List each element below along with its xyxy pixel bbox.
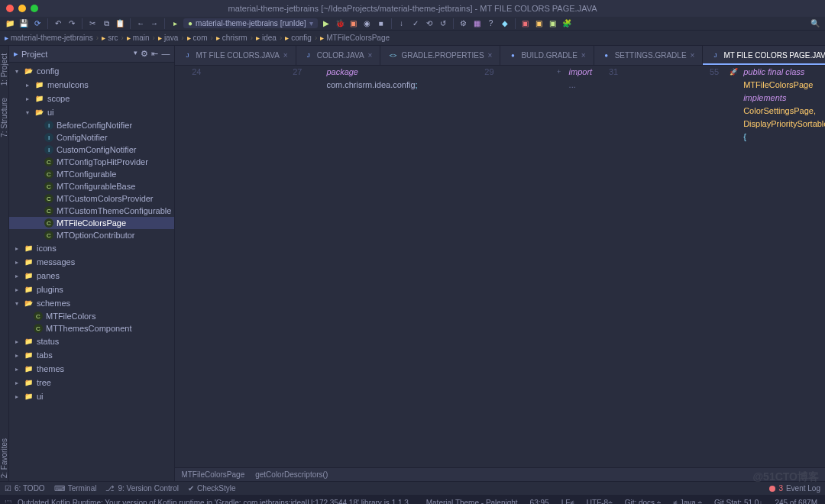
chevron-right-icon[interactable]: ▸ <box>15 338 23 345</box>
panel-hide-icon[interactable]: — <box>161 49 170 59</box>
tool-favorites[interactable]: 2: Favorites <box>0 435 8 481</box>
tree-item[interactable]: CMTConfigurableBase <box>9 180 174 192</box>
tree-item[interactable]: ▾📂ui <box>9 105 174 119</box>
breadcrumb-segment[interactable]: ▸idea <box>256 34 277 42</box>
tree-item[interactable]: CMTThemesComponent <box>9 322 174 334</box>
tree-item[interactable]: ICustomConfigNotifier <box>9 144 174 156</box>
close-tab-icon[interactable]: × <box>581 51 586 60</box>
breadcrumb-segment[interactable]: ▸java <box>158 34 178 42</box>
gutter-mark[interactable] <box>209 66 222 467</box>
close-tab-icon[interactable]: × <box>691 51 695 60</box>
editor-tab[interactable]: ●SETTINGS.GRADLE× <box>594 46 704 65</box>
chevron-right-icon[interactable]: ▸ <box>26 95 34 102</box>
redo-icon[interactable]: ↷ <box>66 18 77 29</box>
gutter-mark[interactable] <box>309 66 323 467</box>
tool-terminal[interactable]: ⌨Terminal <box>54 484 97 493</box>
crumb-method[interactable]: getColorDescriptors() <box>255 470 328 479</box>
gutter-mark[interactable]: 🚀 <box>726 66 740 467</box>
breadcrumb-segment[interactable]: ▸material-theme-jetbrains <box>5 34 93 42</box>
forward-icon[interactable]: → <box>149 18 160 29</box>
minimize-window-icon[interactable] <box>18 5 26 12</box>
code-line[interactable]: 27package com.chrisrm.idea.config; <box>276 66 417 467</box>
tool-version-control[interactable]: ⎇9: Version Control <box>105 484 179 493</box>
paste-icon[interactable]: 📋 <box>115 18 125 29</box>
breadcrumb-segment[interactable]: ▸MTFileColorsPage <box>320 34 390 42</box>
tree-item[interactable]: CMTConfigTopHitProvider <box>9 156 174 168</box>
plugin-icon[interactable]: ▦ <box>472 18 483 29</box>
editor-tab[interactable]: ●BUILD.GRADLE× <box>500 46 594 65</box>
mt-icon-4[interactable]: 🧩 <box>561 18 572 29</box>
coverage-icon[interactable]: ▣ <box>348 18 359 29</box>
code-line[interactable]: +import ... <box>519 66 593 467</box>
vcs-commit-icon[interactable]: ✓ <box>410 18 421 29</box>
settings-gear-icon[interactable]: ⚙ <box>458 18 469 29</box>
editor-tab[interactable]: JMT FILE COLORS PAGE.JAVA× <box>703 46 825 65</box>
gutter-mark[interactable]: + <box>552 66 566 467</box>
panel-dropdown-icon[interactable]: ▾ <box>134 49 138 59</box>
tree-item[interactable]: ▸📁icons <box>9 241 174 255</box>
chevron-right-icon[interactable]: ▸ <box>15 245 23 252</box>
code-line[interactable] <box>418 66 468 467</box>
gutter-mark[interactable] <box>502 66 516 467</box>
chevron-right-icon[interactable]: ▸ <box>15 393 23 400</box>
undo-icon[interactable]: ↶ <box>53 18 63 29</box>
close-window-icon[interactable] <box>6 5 14 12</box>
tool-structure[interactable]: 7: Structure <box>0 95 8 141</box>
code-line[interactable] <box>225 66 276 467</box>
chevron-right-icon[interactable]: ▸ <box>15 366 23 373</box>
vcs-update-icon[interactable]: ↓ <box>396 18 407 29</box>
mt-icon-1[interactable]: ▣ <box>520 18 531 29</box>
tree-item[interactable]: ▸📁themes <box>9 362 174 376</box>
chevron-right-icon[interactable]: ▸ <box>15 259 23 266</box>
gutter-mark[interactable] <box>676 66 690 467</box>
vcs-revert-icon[interactable]: ↺ <box>438 18 448 29</box>
build-icon[interactable]: ▸ <box>170 18 180 29</box>
save-icon[interactable]: 💾 <box>18 18 29 29</box>
chevron-right-icon[interactable]: ▸ <box>26 82 34 89</box>
editor-tab[interactable]: <>GRADLE.PROPERTIES× <box>380 46 500 65</box>
tree-item[interactable]: CMTOptionContributor <box>9 229 174 241</box>
status-line-sep[interactable]: LF≠ <box>558 499 578 505</box>
chevron-down-icon[interactable]: ▾ <box>15 300 23 307</box>
code-line[interactable]: 24 <box>175 66 225 467</box>
chevron-right-icon[interactable]: ▸ <box>15 286 23 293</box>
tree-item[interactable]: ▸📁plugins <box>9 283 174 296</box>
help-icon[interactable]: ? <box>486 18 497 29</box>
run-icon[interactable]: ▶ <box>321 18 332 29</box>
cut-icon[interactable]: ✂ <box>87 18 98 29</box>
tree-item[interactable]: ▸📁messages <box>9 255 174 269</box>
breadcrumb-segment[interactable]: ▸chrisrm <box>216 34 247 42</box>
tree-item[interactable]: ▸📁status <box>9 334 174 348</box>
tree-item[interactable]: CMTConfigurable <box>9 168 174 180</box>
tree-item[interactable]: ▸📁menuIcons <box>9 78 174 92</box>
status-icon[interactable]: ⬚ <box>5 499 11 505</box>
status-caret-pos[interactable]: 63:95 <box>527 499 552 505</box>
status-encoding[interactable]: UTF-8÷ <box>584 499 616 505</box>
mt-icon-3[interactable]: ▣ <box>548 18 558 29</box>
tree-item[interactable]: ▾📂config <box>9 64 174 78</box>
close-tab-icon[interactable]: × <box>368 51 373 60</box>
tree-item[interactable]: ▾📂schemes <box>9 296 174 310</box>
code-line[interactable]: 55🚀public final class MTFileColorsPage i… <box>693 66 825 467</box>
tree-item[interactable]: ▸📁ui <box>9 389 174 403</box>
status-memory[interactable]: 245 of 687M <box>772 499 820 505</box>
project-tree[interactable]: ▾📂config▸📁menuIcons▸📁scope▾📂uiIBeforeCon… <box>9 63 174 481</box>
code-editor[interactable]: 2427package com.chrisrm.idea.config;29+i… <box>175 66 825 467</box>
profile-icon[interactable]: ◉ <box>362 18 373 29</box>
chevron-right-icon[interactable]: ▸ <box>15 352 23 359</box>
tree-item[interactable]: CMTFileColors <box>9 310 174 322</box>
debug-icon[interactable]: 🐞 <box>335 18 345 29</box>
gutter-mark[interactable] <box>451 66 465 467</box>
editor-tab[interactable]: JMT FILE COLORS.JAVA× <box>175 46 296 65</box>
stop-icon[interactable]: ■ <box>376 18 387 29</box>
refresh-icon[interactable]: ⟳ <box>32 18 43 29</box>
gutter-mark[interactable] <box>626 66 639 467</box>
code-line[interactable] <box>642 66 693 467</box>
breadcrumb-segment[interactable]: ▸config <box>285 34 312 42</box>
close-tab-icon[interactable]: × <box>283 51 288 60</box>
chevron-down-icon[interactable]: ▾ <box>15 68 23 75</box>
tool-event-log[interactable]: 3Event Log <box>769 484 820 493</box>
code-line[interactable]: 31 <box>592 66 642 467</box>
tree-item[interactable]: ▸📁tree <box>9 376 174 389</box>
tree-item[interactable]: ▸📁scope <box>9 92 174 105</box>
